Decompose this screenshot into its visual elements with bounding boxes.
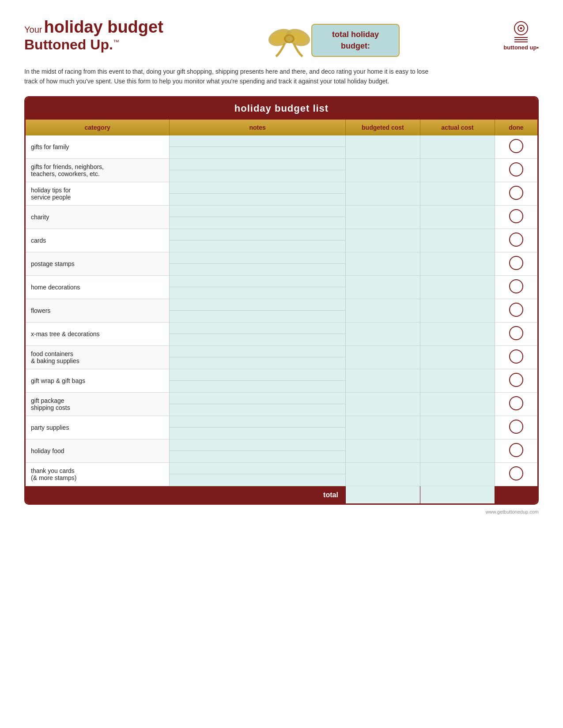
actual-cost-cell[interactable] bbox=[420, 252, 495, 275]
notes-cell[interactable] bbox=[170, 205, 345, 229]
done-cell[interactable] bbox=[495, 462, 537, 486]
notes-cell[interactable] bbox=[170, 275, 345, 299]
actual-cost-cell[interactable] bbox=[420, 392, 495, 416]
budgeted-cost-cell[interactable] bbox=[345, 205, 420, 229]
actual-cost-cell[interactable] bbox=[420, 135, 495, 159]
done-circle[interactable] bbox=[509, 349, 523, 364]
actual-cost-cell[interactable] bbox=[420, 182, 495, 205]
budgeted-cost-cell[interactable] bbox=[345, 439, 420, 462]
done-cell[interactable] bbox=[495, 345, 537, 369]
done-cell[interactable] bbox=[495, 158, 537, 182]
total-budgeted-cell[interactable] bbox=[345, 486, 420, 503]
page: Your holiday budget Buttoned Up.™ bbox=[0, 0, 563, 728]
actual-cost-cell[interactable] bbox=[420, 439, 495, 462]
actual-cost-cell[interactable] bbox=[420, 275, 495, 299]
category-cell[interactable]: gift package shipping costs bbox=[26, 392, 170, 416]
category-cell[interactable]: gifts for friends, neighbors, teachers, … bbox=[26, 158, 170, 182]
actual-cost-cell[interactable] bbox=[420, 229, 495, 252]
category-cell[interactable]: food containers & baking supplies bbox=[26, 345, 170, 369]
done-cell[interactable] bbox=[495, 299, 537, 322]
done-cell[interactable] bbox=[495, 229, 537, 252]
actual-cost-cell[interactable] bbox=[420, 416, 495, 439]
done-cell[interactable] bbox=[495, 392, 537, 416]
done-circle[interactable] bbox=[509, 279, 523, 293]
done-circle[interactable] bbox=[509, 233, 523, 247]
total-actual-cell[interactable] bbox=[420, 486, 495, 503]
notes-cell[interactable] bbox=[170, 439, 345, 462]
notes-cell[interactable] bbox=[170, 416, 345, 439]
budgeted-cost-cell[interactable] bbox=[345, 369, 420, 392]
done-circle[interactable] bbox=[509, 420, 523, 434]
budgeted-cost-cell[interactable] bbox=[345, 229, 420, 252]
budgeted-cost-cell[interactable] bbox=[345, 392, 420, 416]
actual-cost-cell[interactable] bbox=[420, 158, 495, 182]
notes-cell[interactable] bbox=[170, 135, 345, 159]
budgeted-cost-cell[interactable] bbox=[345, 252, 420, 275]
budgeted-cost-cell[interactable] bbox=[345, 345, 420, 369]
done-circle[interactable] bbox=[509, 466, 523, 480]
done-cell[interactable] bbox=[495, 369, 537, 392]
budgeted-cost-cell[interactable] bbox=[345, 416, 420, 439]
note-line bbox=[170, 334, 345, 345]
category-cell[interactable]: gifts for family bbox=[26, 135, 170, 159]
done-circle[interactable] bbox=[509, 256, 523, 270]
done-circle[interactable] bbox=[509, 209, 523, 223]
done-circle[interactable] bbox=[509, 396, 523, 410]
actual-cost-cell[interactable] bbox=[420, 322, 495, 345]
notes-cell[interactable] bbox=[170, 345, 345, 369]
done-circle[interactable] bbox=[509, 373, 523, 387]
budgeted-cost-cell[interactable] bbox=[345, 299, 420, 322]
budgeted-cost-cell[interactable] bbox=[345, 275, 420, 299]
table-row: party supplies bbox=[26, 416, 537, 439]
category-cell[interactable]: flowers bbox=[26, 299, 170, 322]
notes-cell[interactable] bbox=[170, 462, 345, 486]
actual-cost-cell[interactable] bbox=[420, 205, 495, 229]
category-cell[interactable]: charity bbox=[26, 205, 170, 229]
category-cell[interactable]: thank you cards (& more stamps) bbox=[26, 462, 170, 486]
category-cell[interactable]: party supplies bbox=[26, 416, 170, 439]
budgeted-cost-cell[interactable] bbox=[345, 158, 420, 182]
done-cell[interactable] bbox=[495, 416, 537, 439]
category-cell[interactable]: holiday food bbox=[26, 439, 170, 462]
notes-cell[interactable] bbox=[170, 252, 345, 275]
done-circle[interactable] bbox=[509, 186, 523, 200]
category-cell[interactable]: gift wrap & gift bags bbox=[26, 369, 170, 392]
done-cell[interactable] bbox=[495, 182, 537, 205]
notes-cell[interactable] bbox=[170, 158, 345, 182]
category-cell[interactable]: cards bbox=[26, 229, 170, 252]
notes-cell[interactable] bbox=[170, 229, 345, 252]
title-top: Your holiday budget bbox=[24, 18, 163, 37]
done-circle[interactable] bbox=[509, 303, 523, 317]
actual-cost-cell[interactable] bbox=[420, 345, 495, 369]
done-cell[interactable] bbox=[495, 275, 537, 299]
notes-cell[interactable] bbox=[170, 369, 345, 392]
notes-cell[interactable] bbox=[170, 299, 345, 322]
category-cell[interactable]: holiday tips for service people bbox=[26, 182, 170, 205]
done-cell[interactable] bbox=[495, 322, 537, 345]
done-circle[interactable] bbox=[509, 326, 523, 340]
done-cell[interactable] bbox=[495, 205, 537, 229]
budgeted-cost-cell[interactable] bbox=[345, 462, 420, 486]
done-circle[interactable] bbox=[509, 162, 523, 176]
budgeted-cost-cell[interactable] bbox=[345, 135, 420, 159]
col-header-actual: actual cost bbox=[420, 120, 495, 135]
budgeted-cost-cell[interactable] bbox=[345, 322, 420, 345]
actual-cost-cell[interactable] bbox=[420, 369, 495, 392]
actual-cost-cell[interactable] bbox=[420, 462, 495, 486]
category-cell[interactable]: home decorations bbox=[26, 275, 170, 299]
notes-cell[interactable] bbox=[170, 392, 345, 416]
notes-cell[interactable] bbox=[170, 182, 345, 205]
done-cell[interactable] bbox=[495, 135, 537, 159]
note-line bbox=[170, 217, 345, 229]
category-cell[interactable]: postage stamps bbox=[26, 252, 170, 275]
table-row: cards bbox=[26, 229, 537, 252]
notes-cell[interactable] bbox=[170, 322, 345, 345]
done-circle[interactable] bbox=[509, 443, 523, 457]
budgeted-cost-cell[interactable] bbox=[345, 182, 420, 205]
table-row: x-mas tree & decorations bbox=[26, 322, 537, 345]
done-cell[interactable] bbox=[495, 252, 537, 275]
actual-cost-cell[interactable] bbox=[420, 299, 495, 322]
done-cell[interactable] bbox=[495, 439, 537, 462]
category-cell[interactable]: x-mas tree & decorations bbox=[26, 322, 170, 345]
done-circle[interactable] bbox=[509, 139, 523, 153]
